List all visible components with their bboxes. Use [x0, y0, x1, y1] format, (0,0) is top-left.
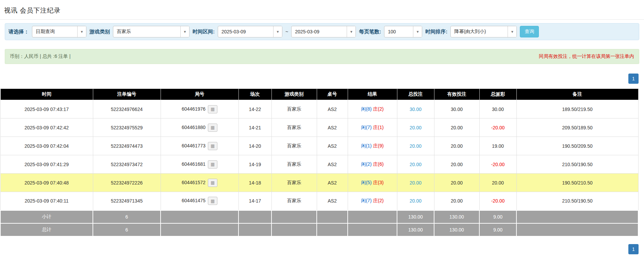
cell-game-type: 百家乐 — [271, 174, 317, 192]
result-player: 闲(2) — [361, 161, 371, 167]
round-number: 604461773 — [182, 143, 205, 148]
total-bet-link[interactable]: 20.00 — [410, 198, 422, 204]
total-payout: 9.00 — [479, 223, 516, 236]
table-row: 2025-03-09 07:43:17 522324976624 6044619… — [0, 100, 638, 118]
pagination-page-1[interactable]: 1 — [628, 244, 639, 254]
cell-bet-id: 522324971345 — [93, 192, 161, 210]
game-road-icon[interactable]: ▦ — [208, 160, 217, 169]
cell-total-bet: 20.00 — [397, 155, 434, 174]
col-header-valid-bet: 有效投注 — [434, 89, 479, 100]
cell-table: AS2 — [317, 174, 348, 192]
table-row: 2025-03-09 07:41:29 522324973472 6044616… — [0, 155, 638, 174]
time-sort-select[interactable]: 降幂(由大到小) ▾ — [450, 26, 517, 37]
game-road-icon[interactable]: ▦ — [208, 197, 217, 205]
date-to-select[interactable]: 2025-03-09 ▾ — [291, 26, 356, 37]
result-banker: 庄(2) — [373, 106, 384, 112]
cell-round: 604461773▦ — [161, 137, 238, 155]
game-type-select[interactable]: 百家乐 ▾ — [113, 26, 189, 37]
result-banker: 庄(1) — [373, 125, 384, 130]
chevron-down-icon[interactable]: ▾ — [413, 26, 422, 37]
round-number: 604461681 — [182, 161, 205, 166]
total-bet-link[interactable]: 20.00 — [410, 125, 422, 130]
chevron-down-icon[interactable]: ▾ — [508, 26, 516, 37]
cell-table: AS2 — [317, 192, 348, 210]
game-road-icon[interactable]: ▦ — [208, 142, 217, 150]
cell-total-bet: 20.00 — [397, 118, 434, 137]
col-header-note: 备注 — [516, 89, 638, 100]
chevron-down-icon[interactable]: ▾ — [180, 26, 189, 37]
page-title: 视讯 会员下注纪录 — [4, 6, 644, 15]
cell-bet-id: 522324974473 — [93, 137, 161, 155]
cell-total-bet: 20.00 — [397, 192, 434, 210]
cell-game-type: 百家乐 — [271, 192, 317, 210]
total-total-bet: 130.00 — [397, 223, 434, 236]
cell-valid-bet: 20.00 — [434, 192, 479, 210]
result-banker: 庄(6) — [373, 161, 384, 167]
chevron-down-icon[interactable]: ▾ — [77, 26, 86, 37]
cell-time: 2025-03-09 07:41:29 — [0, 155, 93, 174]
cell-session: 14-18 — [238, 174, 271, 192]
subtotal-valid-bet: 130.00 — [434, 210, 479, 223]
cell-note: 190.50/210.50 — [516, 174, 638, 192]
round-number: 604461572 — [182, 179, 205, 185]
cell-session: 14-20 — [238, 137, 271, 155]
query-type-select[interactable]: 日期查询 ▾ — [32, 26, 86, 37]
chevron-down-icon[interactable]: ▾ — [273, 26, 282, 37]
total-count: 6 — [93, 223, 161, 236]
cell-round: 604461475▦ — [161, 192, 238, 210]
cell-valid-bet: 20.00 — [434, 137, 479, 155]
cell-result: 闲(7)庄(2) — [348, 192, 397, 210]
game-road-icon[interactable]: ▦ — [208, 124, 217, 132]
total-bet-link[interactable]: 20.00 — [410, 180, 422, 186]
page-size-label: 每页笔数: — [359, 29, 381, 35]
page-size-select[interactable]: 100 ▾ — [384, 26, 422, 37]
date-range-label: 时间区间: — [193, 29, 215, 35]
chevron-down-icon[interactable]: ▾ — [347, 26, 356, 37]
col-header-payout: 总派彩 — [479, 89, 516, 100]
cell-round: 604461976▦ — [161, 100, 238, 118]
cell-game-type: 百家乐 — [271, 155, 317, 174]
game-type-value: 百家乐 — [113, 29, 134, 35]
date-from-select[interactable]: 2025-03-09 ▾ — [218, 26, 282, 37]
total-bet-link[interactable]: 30.00 — [410, 107, 422, 112]
pagination-page-1[interactable]: 1 — [628, 74, 639, 84]
cell-round: 604461572▦ — [161, 174, 238, 192]
bet-records-table: 时间 注单编号 局号 场次 游戏类别 桌号 结果 总投注 有效投注 总派彩 备注… — [0, 89, 639, 237]
col-header-session: 场次 — [238, 89, 271, 100]
page-size-value: 100 — [384, 29, 399, 34]
cell-valid-bet: 20.00 — [434, 118, 479, 137]
cell-game-type: 百家乐 — [271, 137, 317, 155]
col-header-total-bet: 总投注 — [397, 89, 434, 100]
cell-note: 209.50/189.50 — [516, 118, 638, 137]
cell-game-type: 百家乐 — [271, 118, 317, 137]
total-bet-link[interactable]: 20.00 — [410, 162, 422, 167]
pagination-top: 1 — [0, 74, 644, 84]
total-valid-bet: 130.00 — [434, 223, 479, 236]
cell-bet-id: 522324972226 — [93, 174, 161, 192]
col-header-table: 桌号 — [317, 89, 348, 100]
cell-payout: 20.00 — [479, 174, 516, 192]
date-range-separator: ~ — [285, 29, 288, 34]
cell-valid-bet: 30.00 — [434, 100, 479, 118]
subtotal-total-bet: 130.00 — [397, 210, 434, 223]
game-road-icon[interactable]: ▦ — [208, 179, 217, 187]
cell-bet-id: 522324973472 — [93, 155, 161, 174]
page: 视讯 会员下注纪录 请选择： 日期查询 ▾ 游戏类别 百家乐 ▾ 时间区间: 2… — [0, 0, 644, 262]
total-bet-link[interactable]: 20.00 — [410, 143, 422, 149]
cell-note: 190.50/209.50 — [516, 137, 638, 155]
bet-table-body: 2025-03-09 07:43:17 522324976624 6044619… — [0, 100, 638, 210]
cell-valid-bet: 20.00 — [434, 174, 479, 192]
cell-result: 闲(8)庄(2) — [348, 100, 397, 118]
search-button[interactable]: 查询 — [520, 26, 539, 37]
game-type-label: 游戏类别 — [89, 29, 110, 35]
result-banker: 庄(2) — [373, 198, 384, 203]
valid-bet-note: 同局有效投注，统一计算在该局第一张注单内 — [539, 53, 634, 60]
game-road-icon[interactable]: ▦ — [208, 105, 217, 113]
col-header-result: 结果 — [348, 89, 397, 100]
cell-time: 2025-03-09 07:42:42 — [0, 118, 93, 137]
cell-time: 2025-03-09 07:43:17 — [0, 100, 93, 118]
col-header-time: 时间 — [0, 89, 93, 100]
cell-note: 189.50/219.50 — [516, 100, 638, 118]
cell-session: 14-22 — [238, 100, 271, 118]
cell-total-bet: 20.00 — [397, 137, 434, 155]
